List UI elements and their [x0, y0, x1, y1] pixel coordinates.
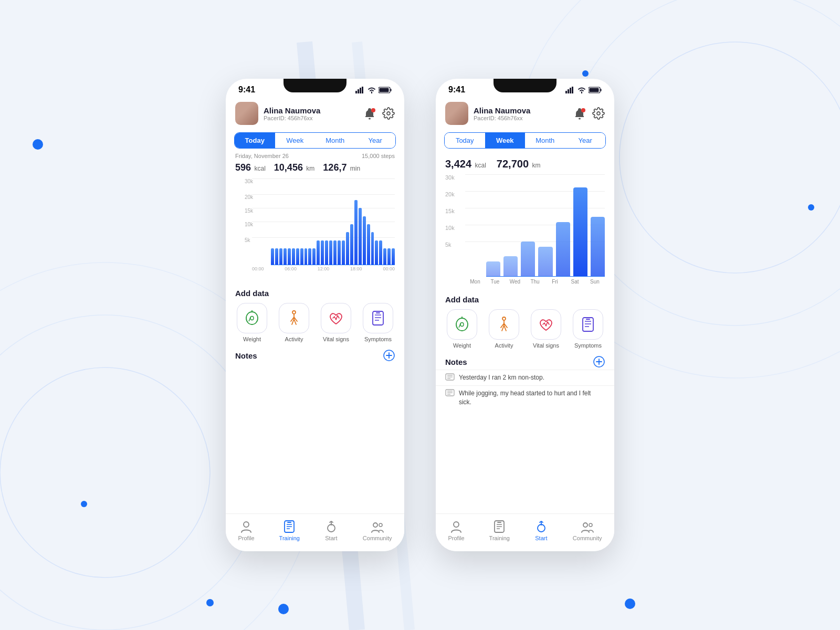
activity-label-1: Activity [285, 336, 303, 342]
svg-rect-21 [391, 89, 392, 91]
data-item-weight-1[interactable]: Weight [237, 303, 267, 342]
stat-kcal-2: 3,424 kcal [445, 158, 486, 170]
today-bar-19 [350, 224, 353, 265]
nav-start-1[interactable]: Start [324, 520, 338, 541]
nav-profile-2[interactable]: Profile [448, 520, 464, 541]
data-item-symptoms-2[interactable]: Symptoms [573, 309, 603, 349]
vital-icon-1 [328, 310, 344, 326]
nav-community-1[interactable]: Community [363, 520, 392, 541]
week-bar-wrap-2 [521, 187, 535, 276]
tab-year-1[interactable]: Year [355, 133, 396, 148]
nav-training-2[interactable]: Training [489, 520, 510, 541]
week-bar-wrap-5 [573, 187, 587, 276]
tab-week-1[interactable]: Week [275, 133, 316, 148]
svg-rect-18 [360, 88, 361, 93]
vital-icon-wrap-1 [321, 303, 351, 333]
svg-point-3 [620, 42, 840, 273]
nav-community-label-2: Community [573, 535, 602, 541]
activity-label-2: Activity [495, 342, 513, 349]
svg-rect-16 [355, 91, 357, 93]
today-bar-17 [342, 240, 345, 265]
nav-community-2[interactable]: Community [573, 520, 602, 541]
weight-icon-wrap-2 [447, 309, 477, 340]
data-item-symptoms-1[interactable]: Symptoms [363, 303, 393, 342]
stat-min-val-1: 126,7 [323, 162, 346, 173]
tab-week-2[interactable]: Week [485, 133, 526, 148]
vital-label-2: Vital signs [533, 342, 559, 349]
data-item-vital-2[interactable]: Vital signs [531, 309, 561, 349]
nav-profile-1[interactable]: Profile [238, 520, 254, 541]
notification-icon-1[interactable] [363, 107, 376, 120]
data-item-activity-1[interactable]: Activity [279, 303, 309, 342]
svg-point-38 [244, 522, 249, 527]
date-row-1: Friday, November 26 15,000 steps [226, 153, 404, 159]
week-bar-wrap-4 [556, 187, 570, 276]
nav-profile-label-1: Profile [238, 535, 254, 541]
user-name-2: Alina Naumova [474, 106, 568, 115]
settings-icon-2[interactable] [592, 107, 605, 120]
tab-month-2[interactable]: Month [525, 133, 565, 148]
data-item-weight-2[interactable]: Weight [447, 309, 477, 349]
week-bar-6 [591, 217, 605, 276]
avatar-image-1 [235, 102, 258, 125]
tab-year-2[interactable]: Year [565, 133, 606, 148]
data-item-vital-1[interactable]: Vital signs [321, 303, 351, 342]
svg-point-56 [456, 318, 468, 331]
svg-point-28 [250, 317, 254, 320]
week-bar-4 [556, 222, 570, 276]
y-label-10k-2: 10k [445, 225, 455, 231]
svg-point-23 [371, 108, 375, 112]
week-bar-5 [573, 187, 587, 276]
training-nav-icon-2 [492, 520, 506, 533]
tab-month-1[interactable]: Month [315, 133, 355, 148]
x-label-sat-2: Sat [565, 279, 585, 285]
tab-today-2[interactable]: Today [445, 133, 485, 148]
stat-kcal-1: 596 kcal [235, 162, 266, 173]
x-label-18-1: 18:00 [350, 266, 362, 271]
svg-point-9 [278, 604, 289, 614]
today-bar-16 [338, 240, 341, 265]
phone-1-scroll: Alina Naumova PacerID: 456h76xx [226, 97, 404, 369]
profile-nav-icon-2 [449, 520, 463, 533]
header-actions-2 [573, 107, 605, 120]
nav-start-2[interactable]: Start [534, 520, 548, 541]
today-bar-14 [329, 240, 332, 265]
nav-training-1[interactable]: Training [279, 520, 300, 541]
today-bar-25 [375, 240, 378, 265]
activity-icon-2 [497, 316, 511, 333]
settings-icon-1[interactable] [382, 107, 395, 120]
tab-today-1[interactable]: Today [235, 133, 275, 148]
today-bar-5 [292, 248, 295, 265]
today-bar-9 [308, 248, 311, 265]
stat-kcal-val-1: 596 [235, 162, 251, 173]
svg-rect-17 [358, 89, 359, 93]
svg-rect-19 [362, 87, 363, 93]
notes-header-2: Notes [436, 353, 614, 370]
add-data-title-1: Add data [226, 284, 404, 301]
y-label-30k-2: 30k [445, 174, 455, 181]
tabs-2: Today Week Month Year [444, 132, 606, 149]
svg-rect-47 [568, 89, 569, 93]
data-item-activity-2[interactable]: Activity [489, 309, 519, 349]
notification-icon-2[interactable] [573, 107, 586, 120]
svg-point-24 [369, 118, 371, 120]
svg-point-45 [379, 523, 382, 527]
y-label-5k-2: 5k [445, 242, 452, 248]
phone-1-content: Alina Naumova PacerID: 456h76xx [226, 97, 404, 531]
week-bar-3 [538, 247, 552, 276]
add-note-icon-1[interactable] [383, 350, 395, 361]
svg-point-30 [292, 311, 296, 314]
symptoms-label-1: Symptoms [364, 336, 392, 342]
week-bar-0 [486, 261, 500, 276]
nav-training-label-2: Training [489, 535, 510, 541]
week-bar-wrap-3 [538, 187, 552, 276]
bottom-nav-2: Profile Training Start [436, 513, 614, 551]
week-chart-area-2: 30k 20k 15k 10k 5k [436, 174, 614, 290]
start-nav-icon-1 [324, 520, 338, 533]
today-bar-26 [379, 240, 382, 265]
community-nav-icon-1 [371, 520, 384, 533]
today-bar-15 [333, 240, 337, 265]
stat-kcal-unit-1: kcal [255, 165, 266, 172]
svg-point-60 [502, 317, 506, 320]
add-note-icon-2[interactable] [593, 356, 605, 368]
